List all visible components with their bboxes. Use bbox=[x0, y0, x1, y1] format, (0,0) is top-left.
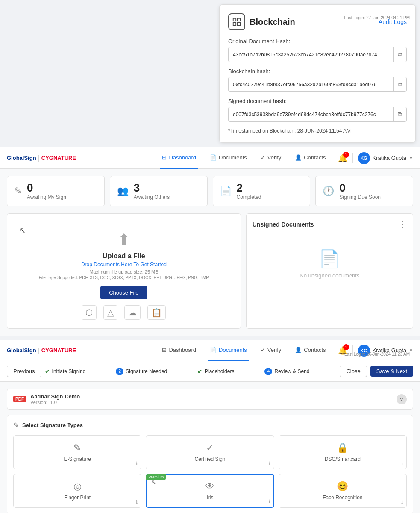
blockchain-title: Blockchain bbox=[250, 17, 295, 27]
svg-rect-1 bbox=[238, 18, 240, 21]
logo-main: GlobalSign bbox=[7, 155, 36, 161]
drive-upload-icon[interactable]: △ bbox=[103, 305, 117, 320]
no-docs-text: No unsigned documents bbox=[300, 272, 359, 279]
sig-card-certified[interactable]: ✓ Certified Sign ℹ bbox=[146, 435, 274, 469]
docs-nav-verify[interactable]: ✓ Verify bbox=[259, 340, 283, 361]
unsigned-menu-btn[interactable]: ⋮ bbox=[399, 220, 407, 229]
save-next-button[interactable]: Save & Next bbox=[370, 366, 413, 377]
nav-contacts[interactable]: 👤 Contacts bbox=[293, 147, 327, 169]
blockchain-hash-label: Blockchain hash: bbox=[228, 68, 407, 74]
sig-section-header: ✎ Select Signature Types bbox=[13, 421, 407, 429]
iris-icon: 👁 bbox=[205, 481, 214, 492]
dashboard-section: GlobalSign | CYGNATURE ⊞ Dashboard 📄 Doc… bbox=[0, 147, 420, 336]
docs-nav-documents[interactable]: 📄 Documents bbox=[208, 340, 249, 361]
docs-notification-badge: 1 bbox=[343, 344, 349, 350]
awaiting-others-label: Awaiting Others bbox=[134, 194, 170, 200]
dsc-label: DSC/Smartcard bbox=[325, 456, 361, 462]
fingerprint-label: Finger Print bbox=[64, 495, 91, 501]
notification-badge: 1 bbox=[343, 152, 349, 158]
user-info[interactable]: KG Kratika Gupta ▼ bbox=[358, 152, 413, 164]
step3-check-icon: ✔ bbox=[197, 368, 203, 375]
sig-card-face[interactable]: 😊 Face Recognition ℹ bbox=[279, 474, 407, 508]
certified-label: Certified Sign bbox=[194, 456, 225, 462]
cursor-indicator: ↖ bbox=[19, 226, 26, 235]
doc-content: PDF Aadhar Sign Demo Version:- 1.0 V ✎ S… bbox=[0, 382, 420, 513]
nav-dashboard[interactable]: ⊞ Dashboard bbox=[160, 147, 198, 169]
choose-file-button[interactable]: Choose File bbox=[100, 286, 147, 299]
docs-nav-contacts[interactable]: 👤 Contacts bbox=[293, 340, 327, 361]
doc-info-left: PDF Aadhar Sign Demo Version:- 1.0 bbox=[13, 393, 80, 405]
no-docs-container: 📄 No unsigned documents bbox=[253, 236, 407, 292]
nav-verify[interactable]: ✓ Verify bbox=[259, 147, 283, 169]
sig-card-esignature[interactable]: ✎ E-Signature ℹ bbox=[13, 435, 141, 469]
main-content: ↖ ⬆ Upload a File Drop Documents Here To… bbox=[0, 213, 420, 336]
pdf-badge: PDF bbox=[13, 396, 26, 402]
nav-right: 🔔 1 KG Kratika Gupta ▼ bbox=[338, 152, 413, 164]
face-label: Face Recognition bbox=[323, 495, 362, 501]
previous-button[interactable]: Previous bbox=[7, 366, 41, 377]
due-soon-icon: 🕐 bbox=[323, 186, 334, 197]
notification-btn[interactable]: 🔔 1 bbox=[338, 153, 347, 163]
chevron-down-icon: ▼ bbox=[409, 156, 413, 160]
docs-nav-dashboard[interactable]: ⊞ Dashboard bbox=[160, 340, 198, 361]
unsigned-panel: Unsigned Documents ⋮ 📄 No unsigned docum… bbox=[246, 213, 413, 329]
iris-cursor-icon: ↖ bbox=[151, 478, 156, 486]
nav-documents[interactable]: 📄 Documents bbox=[208, 147, 249, 169]
blockchain-section: Blockchain Audit Logs Original Document … bbox=[0, 0, 420, 143]
due-soon-count: 0 bbox=[339, 182, 381, 193]
documents-icon: 📄 bbox=[210, 154, 217, 161]
certified-icon: ✓ bbox=[206, 442, 214, 454]
doc-version: Version:- 1.0 bbox=[30, 400, 80, 405]
step1-label: Initiate Signing bbox=[52, 369, 86, 374]
svg-rect-2 bbox=[233, 23, 236, 25]
logo-sub: CYGNATURE bbox=[41, 155, 76, 161]
dsc-icon: 🔒 bbox=[337, 442, 348, 454]
face-info-icon: ℹ bbox=[401, 499, 403, 505]
doc-info-bar: PDF Aadhar Sign Demo Version:- 1.0 V bbox=[7, 389, 413, 410]
sig-card-fingerprint[interactable]: ◎ Finger Print ℹ bbox=[13, 474, 141, 508]
original-hash-field: 43bc51b7a2b0815c3a252623cb7421e82ec42927… bbox=[228, 47, 407, 62]
cloud-upload-icon[interactable]: ☁ bbox=[124, 305, 141, 320]
copy-blockchain-hash-btn[interactable]: ⧉ bbox=[393, 77, 406, 91]
upload-panel: ↖ ⬆ Upload a File Drop Documents Here To… bbox=[7, 213, 241, 329]
awaiting-sign-icon: ✎ bbox=[14, 186, 22, 197]
awaiting-others-icon: 👥 bbox=[117, 186, 129, 197]
close-button[interactable]: Close bbox=[340, 366, 367, 377]
iris-info-icon: ℹ bbox=[268, 499, 270, 504]
completed-icon: 📄 bbox=[220, 186, 232, 197]
box-upload-icon[interactable]: ⬡ bbox=[82, 305, 97, 320]
due-soon-label: Signing Due Soon bbox=[339, 194, 381, 200]
progress-step-4: 4 Review & Send bbox=[264, 368, 309, 375]
esignature-info-icon: ℹ bbox=[136, 461, 138, 466]
unsigned-title: Unsigned Documents bbox=[253, 221, 314, 228]
copy-original-hash-btn[interactable]: ⧉ bbox=[393, 47, 406, 62]
file-upload-icon[interactable]: 📋 bbox=[147, 305, 166, 320]
docs-last-login: Last Login: 26-Jun-2024 11:23 AM bbox=[344, 352, 413, 357]
progress-step-1: ✔ Initiate Signing bbox=[45, 368, 86, 375]
docs-navbar: GlobalSign | CYGNATURE ⊞ Dashboard 📄 Doc… bbox=[0, 340, 420, 361]
svg-rect-0 bbox=[233, 18, 236, 21]
last-login: Last Login: 27-Jun-2024 04:21 PM bbox=[344, 15, 413, 20]
step2-num: 2 bbox=[116, 368, 123, 375]
docs-docs-icon: 📄 bbox=[210, 347, 217, 353]
dashboard-logo: GlobalSign | CYGNATURE bbox=[7, 154, 76, 162]
sig-types-section: ✎ Select Signature Types ✎ E-Signature ℹ… bbox=[7, 415, 413, 513]
nav-divider bbox=[352, 153, 353, 163]
sig-card-iris[interactable]: Premium ↖ 👁 Iris ℹ bbox=[146, 474, 274, 508]
signed-hash-field: e007fd3c53938bda9c739ef4d68dc474cbce3eff… bbox=[228, 107, 407, 122]
no-docs-icon: 📄 bbox=[319, 249, 340, 269]
esignature-label: E-Signature bbox=[64, 456, 91, 462]
docs-nav-links: ⊞ Dashboard 📄 Documents ✓ Verify 👤 Conta… bbox=[160, 340, 327, 361]
copy-signed-hash-btn[interactable]: ⧉ bbox=[393, 107, 406, 121]
upload-title: Upload a File bbox=[103, 252, 145, 260]
progress-bar-row: Previous ✔ Initiate Signing 2 Signature … bbox=[0, 361, 420, 382]
blockchain-hash-field: 0xfc4c0279c41b8f837efc06756a32d2b160b893… bbox=[228, 77, 407, 92]
sig-grid: ✎ E-Signature ℹ ✓ Certified Sign ℹ 🔒 DSC… bbox=[13, 435, 407, 508]
awaiting-sign-label: Awaiting My Sign bbox=[27, 194, 66, 200]
dsc-info-icon: ℹ bbox=[401, 461, 403, 466]
sig-card-dsc[interactable]: 🔒 DSC/Smartcard ℹ bbox=[279, 435, 407, 469]
original-hash-label: Original Document Hash: bbox=[228, 38, 407, 44]
stat-awaiting-others: 👥 3 Awaiting Others bbox=[110, 176, 208, 206]
step3-label: Placeholders bbox=[205, 369, 234, 374]
upload-icons-row: ⬡ △ ☁ 📋 bbox=[82, 305, 166, 320]
